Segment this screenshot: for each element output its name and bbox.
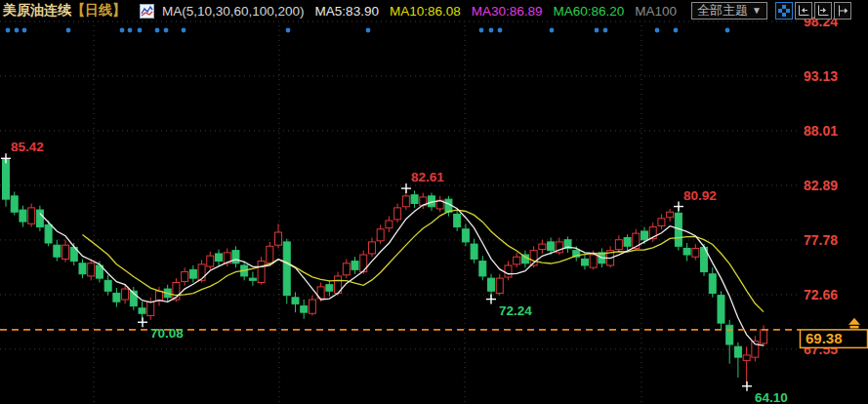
zoom-out-chart-button[interactable] [795, 2, 812, 20]
zoom-in-chart-button[interactable] [814, 2, 832, 20]
svg-text:77.78: 77.78 [804, 232, 838, 248]
svg-text:69.38: 69.38 [806, 330, 843, 346]
svg-text:82.61: 82.61 [411, 170, 444, 184]
grid-plus-button[interactable] [775, 2, 793, 20]
zoom-in-chart-icon [816, 4, 830, 18]
svg-text:85.42: 85.42 [11, 140, 44, 154]
chevron-down-icon: ▼ [752, 3, 762, 19]
ma-line-ma5 [40, 201, 764, 345]
current-price-badge: 69.38 [801, 318, 868, 348]
svg-text:82.89: 82.89 [804, 178, 838, 193]
pan-right-icon [836, 4, 849, 18]
period-label: 【日线】 [71, 2, 126, 20]
svg-text:88.01: 88.01 [804, 123, 838, 139]
trading-chart-app: 98.2493.1388.0182.8977.7872.6667.5585.42… [0, 0, 868, 404]
ma-value-label: MA100 [635, 4, 677, 19]
theme-dropdown-label: 全部主题 [697, 3, 748, 19]
header-bar: 美原油连续 【日线】 MA(5,10,30,60,100,200) MA5:83… [0, 0, 868, 21]
line-chart-icon [140, 4, 154, 19]
svg-text:93.13: 93.13 [804, 68, 838, 84]
svg-text:70.08: 70.08 [150, 326, 184, 341]
ma-value-label: MA30:86.89 [472, 4, 543, 19]
pan-right-button[interactable] [834, 2, 851, 20]
price-up-arrow-icon [848, 318, 860, 325]
svg-text:80.92: 80.92 [683, 188, 717, 203]
price-axis: 98.2493.1388.0182.8977.7872.6667.55 [804, 14, 838, 357]
grid-plus-icon [777, 4, 791, 18]
ma-value-label: MA5:83.90 [315, 4, 379, 19]
ma-values: MA5:83.90MA10:86.08MA30:86.89MA60:86.20M… [305, 4, 678, 19]
ma-value-label: MA60:86.20 [554, 4, 625, 19]
candles [3, 158, 767, 385]
svg-text:64.10: 64.10 [755, 390, 788, 404]
event-markers [6, 28, 730, 33]
zoom-out-chart-icon [797, 4, 810, 18]
svg-text:72.24: 72.24 [499, 303, 532, 318]
theme-dropdown[interactable]: 全部主题 ▼ [691, 2, 767, 20]
ma-settings-label: MA(5,10,30,60,100,200) [162, 4, 305, 19]
svg-text:72.66: 72.66 [804, 287, 838, 303]
ma-value-label: MA10:86.08 [390, 4, 461, 19]
price-annotations: 85.4282.6180.9270.0872.2464.10 [1, 140, 788, 404]
symbol-title: 美原油连续 [3, 2, 71, 20]
candlestick-chart[interactable]: 98.2493.1388.0182.8977.7872.6667.5585.42… [0, 0, 868, 404]
